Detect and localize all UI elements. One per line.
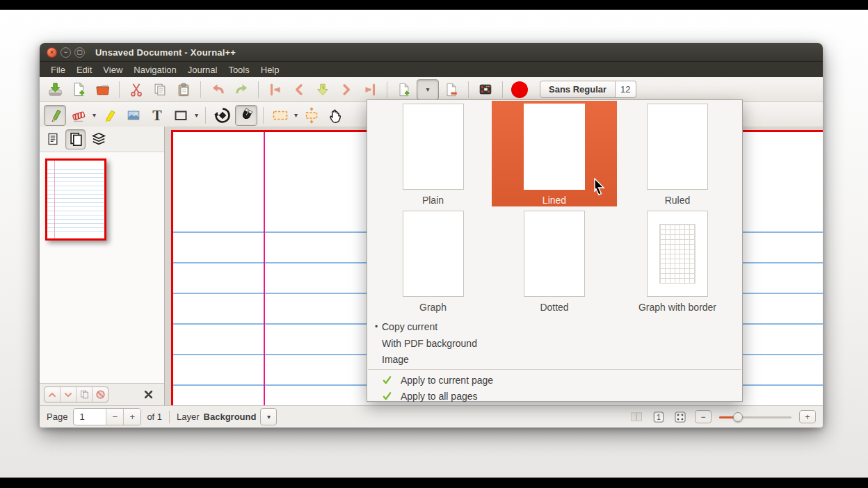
sidebar-tab-contents[interactable]: [42, 129, 63, 149]
menu-journal[interactable]: Journal: [182, 63, 223, 76]
menu-separator: [368, 369, 741, 370]
copy-page-button[interactable]: [77, 387, 93, 402]
graph-border-template-preview: [647, 211, 708, 297]
zoom-slider-thumb[interactable]: [733, 412, 743, 422]
text-tool-button[interactable]: T: [146, 105, 168, 126]
template-graph-with-border[interactable]: Graph with border: [618, 208, 737, 316]
last-page-button[interactable]: [359, 79, 381, 100]
page-number-field[interactable]: 1: [74, 409, 106, 425]
menu-file[interactable]: File: [45, 63, 71, 76]
shape-options-chevron-icon[interactable]: ▾: [193, 111, 200, 119]
menu-item-image[interactable]: Image: [367, 351, 742, 367]
template-plain[interactable]: Plain: [373, 101, 492, 206]
image-icon: [125, 108, 142, 123]
template-graph[interactable]: Graph: [373, 208, 492, 316]
block-delete-icon: [95, 389, 106, 400]
new-document-icon: [71, 81, 87, 97]
move-page-up-button[interactable]: [45, 387, 61, 402]
layer-value: Background: [204, 412, 257, 422]
paste-button[interactable]: [172, 79, 195, 100]
shape-tool-button[interactable]: [170, 105, 192, 126]
thumbnail-margin-line: [54, 161, 55, 238]
maximize-window-icon[interactable]: ▢: [74, 47, 85, 58]
save-icon: [47, 81, 63, 97]
previous-page-button[interactable]: [288, 79, 310, 100]
copy-button[interactable]: [149, 79, 171, 100]
pen-tool-button[interactable]: [44, 105, 66, 126]
menu-item-copy-current[interactable]: • Copy current: [367, 318, 742, 334]
hand-icon: [327, 107, 344, 124]
font-name-button[interactable]: Sans Regular: [540, 81, 616, 98]
undo-button[interactable]: [207, 79, 229, 100]
menu-item-apply-to-current-page[interactable]: Apply to current page: [367, 372, 742, 388]
rectangle-shape-icon: [172, 107, 189, 124]
minimize-window-icon[interactable]: −: [61, 47, 71, 58]
menu-item-apply-to-all-pages[interactable]: Apply to all pages: [367, 388, 742, 404]
presentation-mode-button[interactable]: [474, 79, 497, 100]
fit-width-icon[interactable]: [673, 410, 687, 424]
first-page-button[interactable]: [264, 79, 287, 100]
menu-item-with-pdf-background[interactable]: With PDF background: [367, 335, 742, 351]
new-document-button[interactable]: [67, 79, 90, 100]
template-label: Dotted: [540, 302, 568, 313]
page-1-thumbnail[interactable]: [45, 158, 106, 241]
close-window-icon[interactable]: ×: [47, 47, 57, 58]
eraser-options-chevron-icon[interactable]: ▾: [90, 111, 98, 119]
zoom-slider[interactable]: [719, 412, 791, 422]
zoom-in-button[interactable]: +: [799, 410, 816, 423]
insert-image-button[interactable]: [122, 105, 145, 126]
hand-tool-button[interactable]: [324, 105, 346, 126]
sidebar-tab-layers[interactable]: [88, 129, 108, 149]
delete-page-button[interactable]: [440, 79, 463, 100]
delete-page-button-sidebar[interactable]: [93, 387, 108, 402]
menu-tools[interactable]: Tools: [223, 63, 255, 76]
sidebar-tab-pages[interactable]: [65, 129, 86, 149]
page-count-label: of 1: [147, 412, 162, 422]
next-annotated-page-button[interactable]: [312, 79, 334, 100]
graph-template-preview: [403, 211, 464, 297]
template-label: Graph with border: [638, 302, 716, 313]
statusbar-separator: [169, 411, 170, 423]
template-dotted[interactable]: Dotted: [492, 208, 617, 316]
zoom-out-button[interactable]: −: [695, 410, 712, 423]
vertical-space-tool-button[interactable]: [300, 105, 323, 126]
eraser-tool-button[interactable]: [67, 105, 90, 126]
close-sidebar-button[interactable]: [144, 390, 153, 399]
fit-page-icon[interactable]: 1: [652, 410, 666, 424]
page-template-dropdown-button[interactable]: ▾: [417, 79, 439, 100]
record-audio-button[interactable]: [508, 79, 531, 100]
select-rectangle-button[interactable]: [269, 105, 291, 126]
layer-dropdown-button[interactable]: ▾: [260, 408, 277, 425]
template-label: Graph: [419, 302, 447, 313]
page-decrement-button[interactable]: −: [106, 409, 123, 425]
snapping-button[interactable]: [235, 105, 257, 126]
save-button[interactable]: [44, 79, 66, 100]
redo-button[interactable]: [230, 79, 252, 100]
menu-help[interactable]: Help: [255, 63, 285, 76]
next-page-button[interactable]: [335, 79, 357, 100]
minus-icon: −: [700, 413, 705, 421]
go-previous-icon: [292, 83, 306, 97]
selection-options-chevron-icon[interactable]: ▾: [292, 111, 300, 119]
font-size-field[interactable]: 12: [616, 81, 636, 98]
menu-bar: File Edit View Navigation Journal Tools …: [40, 62, 823, 77]
template-ruled[interactable]: Ruled: [618, 101, 737, 206]
menu-edit[interactable]: Edit: [71, 63, 97, 76]
shape-recognizer-button[interactable]: [211, 105, 234, 126]
menu-view[interactable]: View: [97, 63, 128, 76]
vertical-space-icon: [303, 107, 320, 124]
move-page-down-button[interactable]: [61, 387, 77, 402]
copy-page-icon: [79, 389, 90, 400]
new-page-after-button[interactable]: [393, 79, 415, 100]
page-increment-button[interactable]: +: [123, 409, 140, 425]
selection-rectangle-icon: [271, 108, 289, 123]
menu-item-label: Apply to current page: [401, 375, 493, 386]
open-button[interactable]: [91, 79, 113, 100]
cut-button[interactable]: [125, 79, 147, 100]
page-preview-icon: [68, 131, 83, 147]
page-template-menu: Plain Lined Ruled Graph Dotted Graph wit…: [367, 99, 743, 402]
thumbnail-ruling: [47, 169, 104, 236]
menu-navigation[interactable]: Navigation: [128, 63, 182, 76]
two-page-view-icon[interactable]: [629, 410, 644, 424]
highlighter-tool-button[interactable]: [99, 105, 121, 126]
